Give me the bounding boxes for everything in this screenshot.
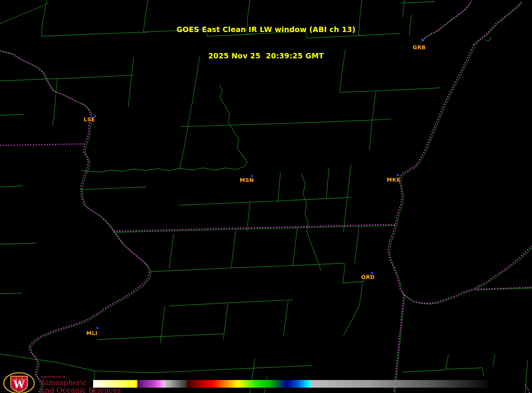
image-title-line2: 2025 Nov 25 20:39:25 GMT <box>0 52 532 60</box>
logo-line2: and Oceanic Sciences <box>40 386 121 393</box>
station-label-msn: MSN <box>240 177 254 183</box>
station-label-mli: MLI <box>86 330 98 336</box>
image-title-line1: GOES East Clean IR LW window (ABI ch 13) <box>0 25 532 34</box>
aos-logo: W Department of Atmospheric and Oceanic … <box>3 372 121 393</box>
station-dot-mli <box>97 327 98 329</box>
aos-logo-text: Department of Atmospheric and Oceanic Sc… <box>40 372 121 393</box>
station-label-grb: GRB <box>413 44 426 50</box>
station-label-ord: ORD <box>361 274 375 280</box>
station-dot-mke <box>397 174 399 176</box>
station-label-mke: MKE <box>387 177 400 183</box>
station-dot-grb <box>421 39 423 40</box>
satellite-viewer: GOES East Clean IR LW window (ABI ch 13)… <box>0 0 532 393</box>
station-label-lse: LSE <box>84 116 95 122</box>
svg-text:W: W <box>13 379 25 390</box>
logo-line1: Atmospheric <box>40 379 121 386</box>
color-scale-bar <box>93 380 490 388</box>
uw-crest-icon: W <box>3 372 35 393</box>
image-title: GOES East Clean IR LW window (ABI ch 13)… <box>0 8 532 78</box>
